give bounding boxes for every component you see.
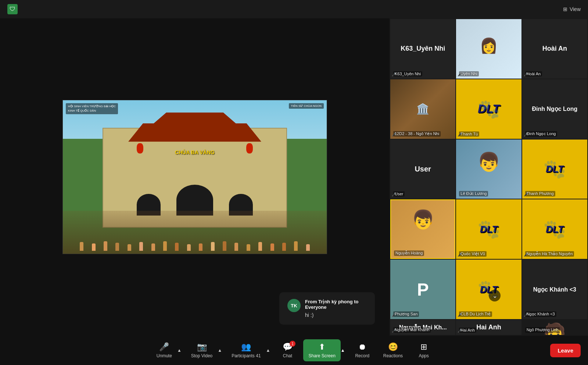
participant-tile: Hoài An 🎤 Hoài An — [522, 19, 587, 79]
top-bar: 🛡 ⊞ View — [0, 0, 588, 18]
participant-tile: 🧑 Ngô Phương Linh — [522, 320, 587, 335]
apps-button[interactable]: ⊞ Apps — [411, 339, 437, 361]
participant-tile-highlighted: 👦 Nguyễn Hoàng — [390, 199, 455, 259]
grid-icon: ⊞ — [563, 6, 567, 12]
participants-caret[interactable]: ▲ — [265, 348, 272, 353]
chat-icon: 💬 1 — [283, 342, 293, 352]
participant-tile: DLT 🐾 🎤 CLB Du Lịch Trẻ — [456, 260, 521, 319]
stop-video-label: Stop Video — [191, 353, 213, 358]
microphone-icon: 🎤 — [159, 342, 169, 352]
record-group: ⏺ Record — [349, 339, 375, 361]
record-label: Record — [355, 353, 369, 358]
apps-group: ⊞ Apps — [411, 339, 437, 361]
chat-text: hi :) — [305, 312, 367, 318]
stop-video-group: 📷 Stop Video ▲ — [186, 339, 223, 361]
chat-content: From Trịnh kỳ phong to Everyone hi :) — [305, 299, 367, 318]
participant-tile: Hai Anh 🎤 Hai Anh — [456, 320, 521, 335]
chat-message: TK From Trịnh kỳ phong to Everyone hi :) — [279, 292, 375, 325]
participant-tile: 👩 🎤 Uyên Nhi — [456, 19, 521, 79]
shared-image-container: CHÙA BA VÀNG — [62, 100, 327, 254]
participants-group: 👥 Participants 41 ▲ — [226, 339, 272, 361]
chat-avatar: TK — [287, 299, 301, 312]
share-screen-caret[interactable]: ▲ — [339, 348, 347, 353]
stop-video-button[interactable]: 📷 Stop Video — [186, 339, 218, 361]
overlay-text1: HỘI SINH VIÊN TRƯỜNG ĐẠI HỌC — [68, 104, 116, 109]
reactions-icon: 😊 — [388, 342, 398, 352]
participant-tile: Nguyễn Mai Kh... 🎤 Nguyễn Mai Khanh — [390, 320, 455, 335]
participant-tile: DLT 🐾 🎤 Thanh Phương — [522, 140, 587, 199]
participant-tile: Ngọc Khánh <3 🎤 Ngọc Khánh <3 — [522, 260, 587, 319]
toolbar: 🎤 Unmute ▲ 📷 Stop Video ▲ 👥 Participants… — [0, 336, 588, 365]
share-screen-icon: ⬆ — [319, 342, 325, 352]
unmute-caret[interactable]: ▲ — [176, 348, 183, 353]
share-screen-label: Share Screen — [308, 353, 335, 358]
chat-from: From Trịnh kỳ phong to Everyone — [305, 299, 367, 310]
video-camera-icon: 📷 — [197, 342, 207, 352]
view-button[interactable]: ⊞ View — [563, 6, 581, 12]
participant-tile: DLT 🐾 🎤 Nguyễn Hà Thảo Nguyên — [522, 199, 587, 259]
main-content: CHÙA BA VÀNG — [0, 18, 588, 336]
participant-tile: User 🎤 User — [390, 140, 455, 199]
participant-tile: K63_Uyên Nhi 🎤 K63_Uyên Nhi — [390, 19, 455, 79]
stop-video-caret[interactable]: ▲ — [216, 348, 223, 353]
unmute-group: 🎤 Unmute ▲ — [151, 339, 183, 361]
record-button[interactable]: ⏺ Record — [349, 339, 375, 361]
reactions-button[interactable]: 😊 Reactions — [378, 339, 408, 361]
temple-image: CHÙA BA VÀNG — [63, 100, 327, 254]
chat-button[interactable]: 💬 1 Chat — [275, 339, 300, 361]
scroll-down-button[interactable]: ⌄ — [489, 290, 501, 301]
screen-share-area: CHÙA BA VÀNG — [0, 18, 390, 336]
participants-label: Participants 41 — [232, 353, 261, 358]
chat-label: Chat — [283, 353, 292, 358]
unmute-label: Unmute — [157, 353, 172, 358]
share-screen-group: ⬆ Share Screen ▲ — [303, 339, 346, 361]
record-icon: ⏺ — [358, 342, 366, 352]
participant-tile: Đinh Ngọc Long 🎤 Đinh Ngọc Long — [522, 79, 587, 139]
leave-button[interactable]: Leave — [550, 344, 581, 357]
overlay-text2: KINH TẾ QUỐC DÂN — [68, 109, 116, 113]
participants-grid: K63_Uyên Nhi 🎤 K63_Uyên Nhi 👩 🎤 Uyên Nhi… — [390, 18, 588, 336]
unmute-button[interactable]: 🎤 Unmute — [151, 339, 177, 361]
reactions-group: 😊 Reactions — [378, 339, 408, 361]
participant-tile: DLT 🐾 🎤 Thanh Tú — [456, 79, 521, 139]
share-screen-button[interactable]: ⬆ Share Screen — [303, 339, 340, 361]
shield-icon: 🛡 — [7, 4, 18, 14]
participants-icon: 👥 — [241, 342, 251, 352]
chat-group: 💬 1 Chat — [275, 339, 300, 361]
participants-button[interactable]: 👥 Participants 41 — [226, 339, 266, 361]
chat-badge: 1 — [290, 341, 295, 347]
participant-tile: 👦 Lê Đức Lương — [456, 140, 521, 199]
participant-tile: P 🎤 Phương San — [390, 260, 455, 319]
apps-label: Apps — [419, 353, 429, 358]
view-label: View — [570, 6, 581, 12]
participant-tile: DLT 🐾 🎤 Quốc Việt Vũ — [456, 199, 521, 259]
apps-icon: ⊞ — [420, 342, 427, 352]
participant-tile: 🏛️ 🎤 12D2 - 38 - Ngô Yến Nhi — [390, 79, 455, 139]
reactions-label: Reactions — [383, 353, 403, 358]
